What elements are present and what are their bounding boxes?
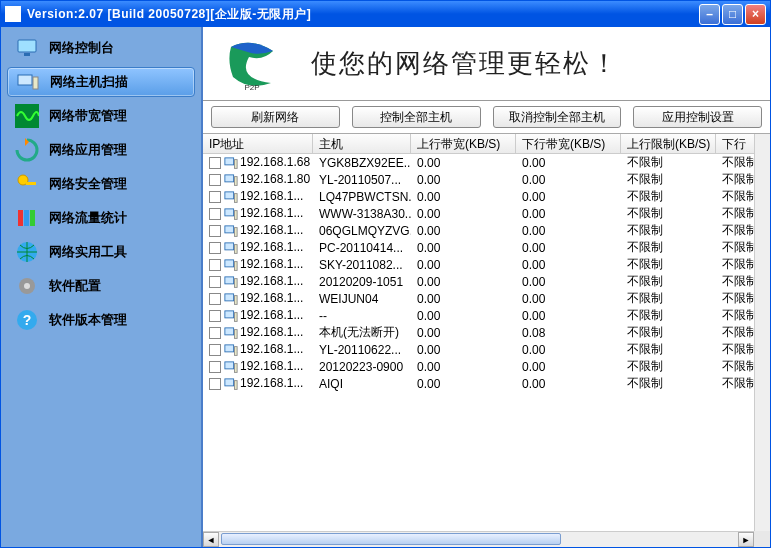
table-row[interactable]: 192.168.1...WWW-3138A30...0.000.00不限制不限制 <box>203 205 770 222</box>
scroll-thumb[interactable] <box>221 533 561 545</box>
table-row[interactable]: 192.168.1...--0.000.00不限制不限制 <box>203 307 770 324</box>
svg-rect-41 <box>225 362 234 369</box>
up-cell: 0.00 <box>411 326 516 340</box>
sidebar-item-1[interactable]: 网络主机扫描 <box>7 67 195 97</box>
titlebar[interactable]: Version:2.07 [Build 20050728][企业版-无限用户] … <box>1 1 770 27</box>
computer-icon <box>224 378 238 391</box>
host-cell: AIQI <box>313 377 411 391</box>
sidebar-item-2[interactable]: 网络带宽管理 <box>7 101 195 131</box>
down-cell: 0.00 <box>516 309 621 323</box>
gear-icon <box>15 274 39 298</box>
apply-settings-button[interactable]: 应用控制设置 <box>633 106 762 128</box>
table-row[interactable]: 192.168.1...LQ47PBWCTSN...0.000.00不限制不限制 <box>203 188 770 205</box>
maximize-button[interactable]: □ <box>722 4 743 25</box>
row-checkbox[interactable] <box>209 293 221 305</box>
sidebar-item-0[interactable]: 网络控制台 <box>7 33 195 63</box>
svg-rect-34 <box>235 295 238 304</box>
table-row[interactable]: 192.168.1...YL-20110622...0.000.00不限制不限制 <box>203 341 770 358</box>
close-button[interactable]: × <box>745 4 766 25</box>
rows-container: 192.168.1.68YGK8BZX92EE...0.000.00不限制不限制… <box>203 154 770 392</box>
table-row[interactable]: 192.168.1...PC-20110414...0.000.00不限制不限制 <box>203 239 770 256</box>
svg-rect-28 <box>235 244 238 253</box>
col-down[interactable]: 下行带宽(KB/S) <box>516 134 621 153</box>
svg-rect-10 <box>30 210 35 226</box>
host-cell: WEIJUN04 <box>313 292 411 306</box>
col-ip[interactable]: IP地址 <box>203 134 313 153</box>
table-row[interactable]: 192.168.1...AIQI0.000.00不限制不限制 <box>203 375 770 392</box>
row-checkbox[interactable] <box>209 242 221 254</box>
table-row[interactable]: 192.168.1...20120223-09000.000.00不限制不限制 <box>203 358 770 375</box>
scroll-left-icon[interactable]: ◄ <box>203 532 219 547</box>
sidebar-item-3[interactable]: 网络应用管理 <box>7 135 195 165</box>
sidebar-item-7[interactable]: 软件配置 <box>7 271 195 301</box>
host-list: IP地址 主机 上行带宽(KB/S) 下行带宽(KB/S) 上行限制(KB/S)… <box>203 133 770 547</box>
svg-rect-36 <box>235 312 238 321</box>
up-cell: 0.00 <box>411 241 516 255</box>
col-host[interactable]: 主机 <box>313 134 411 153</box>
vertical-scrollbar[interactable] <box>754 134 770 531</box>
sidebar-item-6[interactable]: 网络实用工具 <box>7 237 195 267</box>
svg-rect-20 <box>235 176 238 185</box>
up-cell: 0.00 <box>411 258 516 272</box>
col-ulimit[interactable]: 上行限制(KB/S) <box>621 134 716 153</box>
table-row[interactable]: 192.168.1...SKY-2011082...0.000.00不限制不限制 <box>203 256 770 273</box>
row-checkbox[interactable] <box>209 310 221 322</box>
ip-cell: 192.168.1... <box>240 376 303 390</box>
up-cell: 0.00 <box>411 292 516 306</box>
dlimit-cell: 不限制 <box>716 222 756 239</box>
table-row[interactable]: 192.168.1...20120209-10510.000.00不限制不限制 <box>203 273 770 290</box>
dlimit-cell: 不限制 <box>716 324 756 341</box>
ulimit-cell: 不限制 <box>621 290 716 307</box>
computer-icon <box>224 293 238 306</box>
row-checkbox[interactable] <box>209 378 221 390</box>
horizontal-scrollbar[interactable]: ◄ ► <box>203 531 754 547</box>
row-checkbox[interactable] <box>209 344 221 356</box>
refresh-button[interactable]: 刷新网络 <box>211 106 340 128</box>
table-row[interactable]: 192.168.1...WEIJUN040.000.00不限制不限制 <box>203 290 770 307</box>
col-dlimit[interactable]: 下行 <box>716 134 756 153</box>
uncontrol-all-button[interactable]: 取消控制全部主机 <box>493 106 622 128</box>
globe-icon <box>15 240 39 264</box>
sidebar-item-8[interactable]: ?软件版本管理 <box>7 305 195 335</box>
row-checkbox[interactable] <box>209 276 221 288</box>
ip-cell: 192.168.1... <box>240 342 303 356</box>
window-title: Version:2.07 [Build 20050728][企业版-无限用户] <box>27 6 699 23</box>
col-up[interactable]: 上行带宽(KB/S) <box>411 134 516 153</box>
svg-rect-42 <box>235 363 238 372</box>
row-checkbox[interactable] <box>209 208 221 220</box>
ip-cell: 192.168.1... <box>240 274 303 288</box>
row-checkbox[interactable] <box>209 361 221 373</box>
row-checkbox[interactable] <box>209 157 221 169</box>
down-cell: 0.00 <box>516 377 621 391</box>
row-checkbox[interactable] <box>209 174 221 186</box>
down-cell: 0.00 <box>516 360 621 374</box>
dlimit-cell: 不限制 <box>716 307 756 324</box>
main-panel: P2P 使您的网络管理更轻松！ 刷新网络 控制全部主机 取消控制全部主机 应用控… <box>201 27 770 547</box>
table-row[interactable]: 192.168.1...本机(无法断开)0.000.08不限制不限制 <box>203 324 770 341</box>
row-checkbox[interactable] <box>209 327 221 339</box>
svg-rect-22 <box>235 193 238 202</box>
sidebar-item-5[interactable]: 网络流量统计 <box>7 203 195 233</box>
ulimit-cell: 不限制 <box>621 154 716 171</box>
svg-rect-26 <box>235 227 238 236</box>
sidebar-item-label: 网络实用工具 <box>49 243 127 261</box>
ip-cell: 192.168.1... <box>240 223 303 237</box>
ip-cell: 192.168.1... <box>240 240 303 254</box>
dlimit-cell: 不限制 <box>716 188 756 205</box>
sidebar: 网络控制台网络主机扫描网络带宽管理网络应用管理网络安全管理网络流量统计网络实用工… <box>1 27 201 547</box>
sidebar-item-4[interactable]: 网络安全管理 <box>7 169 195 199</box>
ip-cell: 192.168.1... <box>240 308 303 322</box>
row-checkbox[interactable] <box>209 191 221 203</box>
row-checkbox[interactable] <box>209 259 221 271</box>
table-row[interactable]: 192.168.1.68YGK8BZX92EE...0.000.00不限制不限制 <box>203 154 770 171</box>
svg-rect-35 <box>225 311 234 318</box>
scroll-right-icon[interactable]: ► <box>738 532 754 547</box>
ip-cell: 192.168.1... <box>240 325 303 339</box>
control-all-button[interactable]: 控制全部主机 <box>352 106 481 128</box>
row-checkbox[interactable] <box>209 225 221 237</box>
table-row[interactable]: 192.168.1.80YL-20110507...0.000.00不限制不限制 <box>203 171 770 188</box>
banner: P2P 使您的网络管理更轻松！ <box>203 27 770 101</box>
table-row[interactable]: 192.168.1...06QGLMQYZVG...0.000.00不限制不限制 <box>203 222 770 239</box>
svg-rect-4 <box>15 104 39 128</box>
minimize-button[interactable]: – <box>699 4 720 25</box>
